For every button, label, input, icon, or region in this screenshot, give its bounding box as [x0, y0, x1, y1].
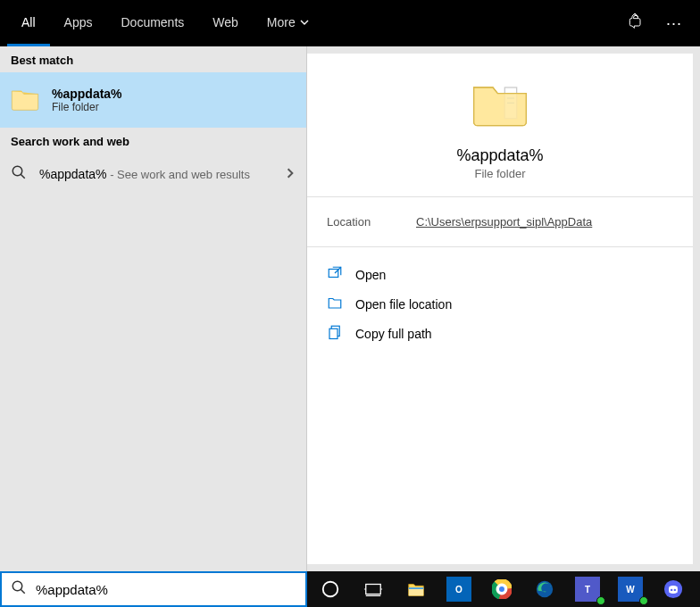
svg-line-10: [21, 589, 25, 594]
folder-icon: [471, 77, 529, 146]
folder-icon: [11, 86, 39, 114]
open-action[interactable]: Open: [323, 260, 677, 289]
search-icon: [11, 579, 27, 599]
file-explorer-icon[interactable]: [400, 575, 432, 603]
copy-full-path-action[interactable]: Copy full path: [323, 319, 677, 348]
svg-rect-6: [329, 270, 338, 278]
svg-rect-17: [409, 587, 424, 589]
open-label: Open: [355, 268, 386, 282]
folder-open-icon: [327, 295, 343, 313]
feedback-icon[interactable]: [627, 12, 645, 34]
best-match-result[interactable]: %appdata% File folder: [0, 72, 306, 128]
svg-point-9: [12, 581, 22, 591]
copy-icon: [327, 324, 343, 343]
presence-badge-icon: [596, 596, 605, 605]
best-match-subtitle: File folder: [52, 101, 122, 113]
svg-rect-8: [329, 328, 338, 338]
web-result[interactable]: %appdata% - See work and web results: [0, 154, 306, 195]
best-match-label: Best match: [0, 46, 306, 72]
location-path[interactable]: C:\Users\erpsupport_sipl\AppData: [416, 215, 592, 229]
preview-subtitle: File folder: [474, 167, 525, 180]
search-input[interactable]: [36, 582, 296, 597]
search-icon: [11, 164, 27, 184]
location-label: Location: [327, 215, 416, 229]
chevron-down-icon: [300, 15, 309, 29]
web-hint-text: - See work and web results: [107, 168, 250, 181]
best-match-title: %appdata%: [52, 87, 122, 101]
tab-all[interactable]: All: [7, 0, 50, 46]
outlook-icon[interactable]: O: [443, 575, 475, 603]
taskbar: O T W: [307, 571, 700, 607]
svg-point-22: [498, 586, 504, 592]
chevron-right-icon: [285, 166, 296, 182]
svg-line-1: [21, 174, 25, 179]
preview-panel: %appdata% File folder Location C:\Users\…: [307, 54, 693, 564]
open-icon: [327, 265, 343, 284]
tab-more[interactable]: More: [253, 0, 323, 46]
svg-point-25: [671, 589, 672, 591]
chrome-icon[interactable]: [486, 575, 518, 603]
search-box[interactable]: [0, 571, 307, 607]
tab-documents[interactable]: Documents: [106, 0, 198, 46]
web-query-text: %appdata%: [39, 167, 107, 181]
discord-icon[interactable]: [657, 575, 689, 603]
svg-point-11: [323, 582, 338, 597]
open-file-location-label: Open file location: [355, 297, 452, 312]
svg-point-0: [12, 166, 22, 176]
tab-apps[interactable]: Apps: [50, 0, 107, 46]
open-file-location-action[interactable]: Open file location: [323, 289, 677, 319]
cortana-icon[interactable]: [314, 575, 346, 603]
results-panel: Best match %appdata% File folder Search …: [0, 46, 307, 571]
options-icon[interactable]: ···: [666, 14, 682, 33]
preview-title: %appdata%: [456, 146, 543, 165]
task-view-icon[interactable]: [357, 575, 389, 603]
svg-point-26: [674, 589, 676, 591]
search-filter-tabs: All Apps Documents Web More ···: [0, 0, 700, 46]
presence-badge-icon: [639, 596, 648, 605]
svg-rect-12: [366, 585, 381, 595]
word-icon[interactable]: W: [614, 575, 646, 603]
work-web-label: Search work and web: [0, 128, 306, 154]
edge-icon[interactable]: [529, 575, 561, 603]
tab-web[interactable]: Web: [198, 0, 253, 46]
teams-icon[interactable]: T: [571, 575, 604, 603]
copy-full-path-label: Copy full path: [355, 327, 432, 341]
